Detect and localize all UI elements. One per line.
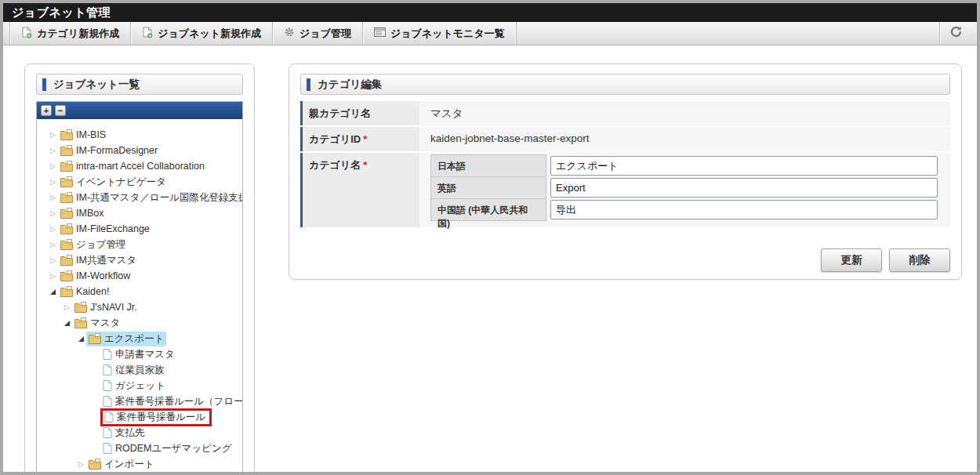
- toolbar-button[interactable]: ジョブネットモニタ一覧: [363, 22, 517, 45]
- tree-row: 案件番号採番ルール（フロー）: [38, 393, 241, 409]
- delete-button[interactable]: 削除: [889, 248, 950, 272]
- expand-all-button[interactable]: +: [41, 105, 52, 116]
- tree-node[interactable]: intra-mart Accel Collaboration: [58, 160, 207, 172]
- collapse-all-button[interactable]: −: [55, 105, 66, 116]
- tree-row: RODEMユーザマッピング: [38, 441, 241, 456]
- folder-icon: [60, 223, 73, 234]
- category-id-value: kaiden-jobnet-base-master-export: [419, 127, 950, 151]
- category-name-row: カテゴリ名* 日本語 英語 中国語 (中華人民共和国): [300, 153, 950, 227]
- tree-toggle-icon[interactable]: [48, 178, 58, 186]
- update-button[interactable]: 更新: [821, 248, 882, 272]
- tree-node[interactable]: IM共通マスタ: [58, 253, 139, 268]
- category-name-label: カテゴリ名*: [300, 153, 419, 227]
- locale-row: 日本語: [430, 154, 944, 177]
- tree-row: IMBox: [38, 205, 241, 221]
- required-mark: *: [363, 159, 367, 171]
- toolbar-button-label: ジョブネットモニタ一覧: [390, 27, 505, 41]
- tree-node[interactable]: IM-Workflow: [58, 270, 132, 282]
- locale-input[interactable]: [550, 156, 938, 176]
- tree-node-label: 案件番号採番ルール（フロー）: [115, 395, 242, 408]
- locale-label: 日本語: [430, 154, 546, 177]
- tree-row: Kaiden!: [38, 284, 241, 299]
- tree-toggle-icon[interactable]: [48, 194, 58, 201]
- parent-category-value: マスタ: [419, 101, 950, 125]
- tree-node[interactable]: インポート: [86, 457, 157, 472]
- tree-node[interactable]: 従業員家族: [100, 363, 167, 378]
- tree-node[interactable]: マスタ: [72, 316, 122, 331]
- tree-row: 従業員家族: [38, 362, 241, 378]
- tree-node-label: IM-共通マスタ／ロール国際化登録支援機能: [76, 191, 242, 205]
- tree-node[interactable]: IMBox: [58, 207, 106, 219]
- tree-toggle-icon[interactable]: [62, 321, 72, 326]
- tree-row: マスタ: [38, 315, 241, 331]
- tree-node[interactable]: 案件番号採番ルール（フロー）: [100, 394, 242, 409]
- tree-node[interactable]: IM-BIS: [58, 129, 108, 141]
- tree-row: ガジェット: [38, 378, 241, 393]
- tree-node-label: 案件番号採番ルール: [117, 411, 205, 424]
- jobnet-list-title: ジョブネット一覧: [53, 78, 140, 92]
- tree-toggle-icon[interactable]: [48, 272, 58, 280]
- tree-node-label: 従業員家族: [115, 364, 165, 377]
- new-doc-icon: [21, 27, 32, 41]
- document-icon: [103, 396, 112, 407]
- tree-node[interactable]: ジョブ管理: [58, 238, 128, 252]
- folder-icon: [60, 208, 73, 219]
- tree-toggle-icon[interactable]: [62, 303, 72, 311]
- tree-row: 案件番号採番ルール: [38, 409, 241, 425]
- tree-node[interactable]: IM-FormaDesigner: [58, 144, 160, 157]
- toolbar-buttons: カテゴリ新規作成 ジョブネット新規作成 ジョブ管理: [9, 22, 517, 45]
- tree-toolbar: + −: [37, 102, 242, 119]
- tree-node-label: Kaiden!: [76, 286, 109, 297]
- main-content: ジョブネット一覧 + −: [3, 45, 977, 472]
- tree-node[interactable]: J'sNAVI Jr.: [72, 301, 140, 314]
- folder-icon: [60, 145, 73, 156]
- tree-row: イベントナビゲータ: [38, 174, 241, 190]
- tree-node[interactable]: 支払先: [100, 426, 147, 441]
- header-accent-bar: [307, 78, 310, 91]
- tree-toggle-icon[interactable]: [48, 241, 58, 248]
- tree-node[interactable]: IM-共通マスタ／ロール国際化登録支援機能: [58, 190, 242, 205]
- locale-input[interactable]: [550, 178, 938, 198]
- locale-label: 中国語 (中華人民共和国): [430, 198, 546, 221]
- tree-node[interactable]: 申請書マスタ: [100, 347, 177, 362]
- toolbar-button-label: カテゴリ新規作成: [37, 27, 119, 41]
- tree-node[interactable]: ガジェット: [100, 379, 168, 393]
- category-id-label: カテゴリID*: [300, 127, 419, 151]
- refresh-button[interactable]: [939, 22, 972, 45]
- toolbar-button[interactable]: カテゴリ新規作成: [10, 22, 131, 45]
- tree-node-label: IM共通マスタ: [76, 254, 136, 267]
- tree-node[interactable]: エクスポート: [86, 332, 166, 346]
- tree-row: ジョブ管理: [38, 237, 241, 252]
- tree-row: 支払先: [38, 425, 241, 441]
- page-title: ジョブネット管理: [3, 3, 977, 22]
- toolbar-button[interactable]: ジョブ管理: [273, 22, 363, 45]
- tree-toggle-icon[interactable]: [48, 289, 58, 295]
- document-icon: [104, 412, 114, 422]
- tree-node[interactable]: 案件番号採番ルール: [100, 408, 212, 426]
- tree-node[interactable]: IM-FileExchange: [58, 223, 152, 235]
- locale-input[interactable]: [550, 200, 938, 219]
- tree-toggle-icon[interactable]: [48, 147, 58, 154]
- tree-node[interactable]: イベントナビゲータ: [58, 175, 169, 190]
- header-accent-bar: [42, 78, 46, 91]
- required-mark: *: [363, 133, 367, 145]
- parent-category-label: 親カテゴリ名: [300, 101, 419, 125]
- new-doc-icon: [142, 27, 153, 41]
- tree-toggle-icon[interactable]: [76, 336, 86, 342]
- toolbar-button[interactable]: ジョブネット新規作成: [131, 22, 273, 45]
- tree-node-label: IM-Workflow: [76, 270, 130, 281]
- tree-node[interactable]: RODEMユーザマッピング: [100, 441, 234, 456]
- document-icon: [103, 443, 112, 454]
- tree-toggle-icon[interactable]: [48, 256, 58, 264]
- folder-icon: [60, 176, 73, 187]
- tree-node[interactable]: Kaiden!: [58, 285, 111, 298]
- tree-toggle-icon[interactable]: [48, 209, 58, 217]
- tree-toggle-icon[interactable]: [48, 131, 58, 139]
- tree-toggle-icon[interactable]: [48, 162, 58, 170]
- tree-row: IM-BIS: [38, 127, 241, 143]
- tree-toggle-icon[interactable]: [76, 460, 86, 468]
- document-icon: [103, 364, 112, 375]
- tree-toggle-icon[interactable]: [48, 225, 58, 233]
- tree-node-label: IM-FormaDesigner: [76, 145, 158, 156]
- tree-row: intra-mart Accel Collaboration: [38, 158, 241, 174]
